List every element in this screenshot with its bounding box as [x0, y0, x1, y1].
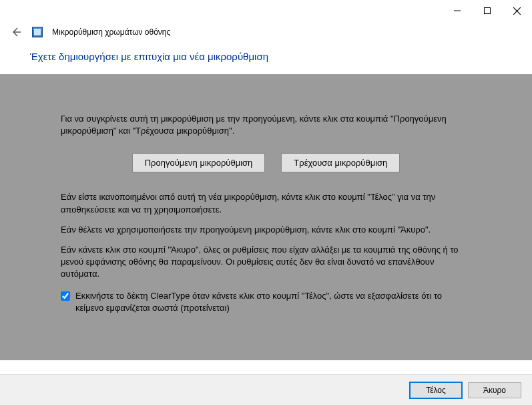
- close-button[interactable]: [502, 1, 532, 20]
- cleartype-checkbox[interactable]: [61, 291, 70, 301]
- previous-calibration-button[interactable]: Προηγούμενη μικρορύθμιση: [132, 153, 266, 172]
- para-use-previous: Εάν θέλετε να χρησιμοποιήσετε την προηγο…: [61, 224, 471, 236]
- svg-rect-1: [484, 8, 490, 14]
- cleartype-checkbox-label[interactable]: Εκκινήστε το δέκτη ClearType όταν κάνετε…: [75, 290, 471, 314]
- header: Μικρορύθμιση χρωμάτων οθόνης: [0, 20, 532, 47]
- calibration-buttons: Προηγούμενη μικρορύθμιση Τρέχουσα μικρορ…: [61, 153, 471, 172]
- intro-text: Για να συγκρίνετε αυτή τη μικρορύθμιση μ…: [61, 113, 471, 137]
- para-cancel-note: Εάν κάνετε κλικ στο κουμπί "Άκυρο", όλες…: [61, 244, 471, 281]
- content-area: Για να συγκρίνετε αυτή τη μικρορύθμιση μ…: [0, 74, 532, 360]
- minimize-button[interactable]: [442, 1, 472, 20]
- titlebar: [0, 0, 532, 20]
- footer: Τέλος Άκυρο: [0, 374, 532, 405]
- back-button[interactable]: [9, 25, 23, 39]
- app-icon: [32, 27, 43, 37]
- finish-button[interactable]: Τέλος: [409, 382, 463, 399]
- para-satisfied: Εάν είστε ικανοποιημένοι από αυτή τη νέα…: [61, 191, 471, 215]
- maximize-button[interactable]: [472, 1, 502, 20]
- cancel-button[interactable]: Άκυρο: [468, 382, 521, 398]
- app-title: Μικρορύθμιση χρωμάτων οθόνης: [52, 27, 170, 37]
- page-heading: Έχετε δημιουργήσει με επιτυχία μια νέα μ…: [0, 47, 532, 74]
- current-calibration-button[interactable]: Τρέχουσα μικρορύθμιση: [281, 153, 400, 172]
- cleartype-checkbox-row: Εκκινήστε το δέκτη ClearType όταν κάνετε…: [61, 290, 471, 314]
